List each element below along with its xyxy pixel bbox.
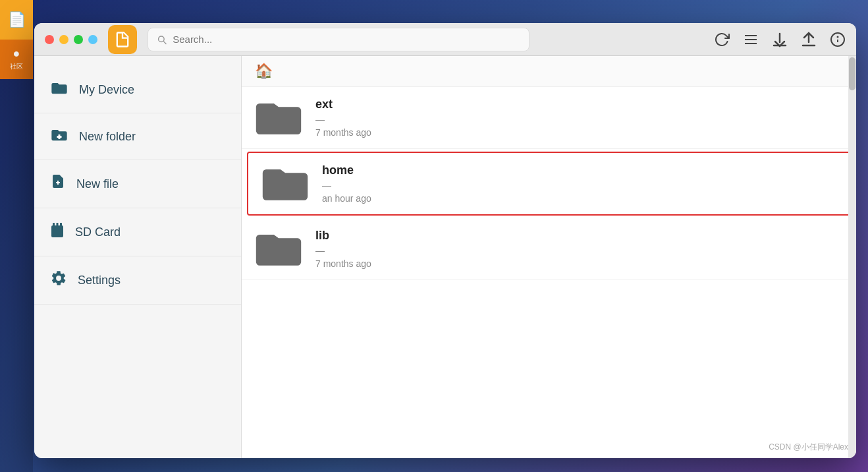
file-name-home: home: [322, 163, 371, 177]
sidebar-label-new-file: New file: [76, 177, 119, 191]
toolbar-actions: [714, 32, 846, 47]
file-list[interactable]: 🏠 ext — 7 months ago home: [242, 56, 856, 458]
file-date-lib: 7 months ago: [315, 258, 371, 269]
upload-icon: [801, 32, 817, 47]
list-icon: [743, 32, 759, 47]
folder-icon-ext: [255, 98, 302, 138]
search-input[interactable]: [173, 34, 521, 45]
info-button[interactable]: [830, 32, 846, 47]
file-name-ext: ext: [315, 98, 371, 111]
file-plus-icon: [50, 173, 66, 194]
maximize-button[interactable]: [74, 35, 83, 44]
left-dock: 📄 ● 社区: [0, 0, 33, 472]
sidebar-label-sd-card: SD Card: [75, 225, 121, 239]
minimize-button[interactable]: [59, 35, 68, 44]
sidebar-item-new-folder[interactable]: New folder: [34, 113, 241, 160]
list-view-button[interactable]: [743, 32, 759, 47]
sidebar-label-my-device: My Device: [79, 83, 134, 97]
refresh-icon: [714, 32, 730, 47]
sidebar-item-new-file[interactable]: New file: [34, 160, 241, 208]
svg-rect-13: [53, 223, 55, 227]
app-icon: [108, 25, 137, 54]
folder-plus-icon: [50, 127, 68, 146]
sd-card-icon: [50, 221, 65, 243]
file-size-home: —: [322, 180, 371, 191]
sidebar-item-my-device[interactable]: My Device: [34, 67, 241, 113]
sidebar-item-settings[interactable]: Settings: [34, 256, 241, 305]
file-item-ext[interactable]: ext — 7 months ago: [242, 87, 856, 149]
dock-label: 社区: [9, 61, 24, 73]
search-bar[interactable]: [148, 28, 529, 51]
download-button[interactable]: [772, 32, 788, 47]
gear-icon: [50, 270, 67, 291]
sidebar-item-sd-card[interactable]: SD Card: [34, 208, 241, 256]
sidebar: My Device New folder: [34, 56, 242, 458]
file-size-lib: —: [315, 245, 371, 256]
main-window: My Device New folder: [34, 23, 856, 458]
file-info-home: home — an hour ago: [322, 163, 371, 204]
upload-button[interactable]: [801, 32, 817, 47]
close-button[interactable]: [45, 35, 54, 44]
file-info-ext: ext — 7 months ago: [315, 98, 371, 138]
search-icon: [156, 34, 167, 45]
content-area: My Device New folder: [34, 56, 856, 458]
file-item-lib[interactable]: lib — 7 months ago: [242, 218, 856, 280]
scrollbar-track[interactable]: [848, 56, 856, 458]
download-icon: [772, 32, 788, 47]
folder-icon-lib: [255, 229, 302, 269]
svg-rect-14: [57, 223, 59, 227]
dock-icon-orange[interactable]: ● 社区: [0, 40, 33, 79]
scrollbar-thumb[interactable]: [849, 57, 855, 90]
folder-icon: [50, 80, 68, 100]
sidebar-label-settings: Settings: [78, 274, 121, 287]
titlebar: [34, 23, 856, 56]
file-item-home[interactable]: home — an hour ago: [247, 152, 851, 216]
extra-button[interactable]: [88, 35, 97, 44]
file-size-ext: —: [315, 114, 371, 125]
file-date-home: an hour ago: [322, 193, 371, 204]
svg-rect-12: [51, 225, 63, 237]
file-info-lib: lib — 7 months ago: [315, 229, 371, 269]
traffic-lights: [45, 35, 97, 44]
file-date-ext: 7 months ago: [315, 127, 371, 138]
watermark: CSDN @小任同学Alex: [769, 442, 848, 453]
sidebar-label-new-folder: New folder: [79, 130, 136, 144]
file-icon: [113, 30, 132, 49]
folder-icon-home: [261, 164, 309, 204]
info-icon: [830, 32, 846, 47]
breadcrumb-bar: 🏠: [242, 56, 856, 87]
dock-icon-yellow[interactable]: 📄: [0, 0, 33, 40]
file-name-lib: lib: [315, 229, 371, 243]
home-icon: 🏠: [255, 63, 273, 79]
refresh-button[interactable]: [714, 32, 730, 47]
svg-rect-15: [60, 223, 62, 227]
